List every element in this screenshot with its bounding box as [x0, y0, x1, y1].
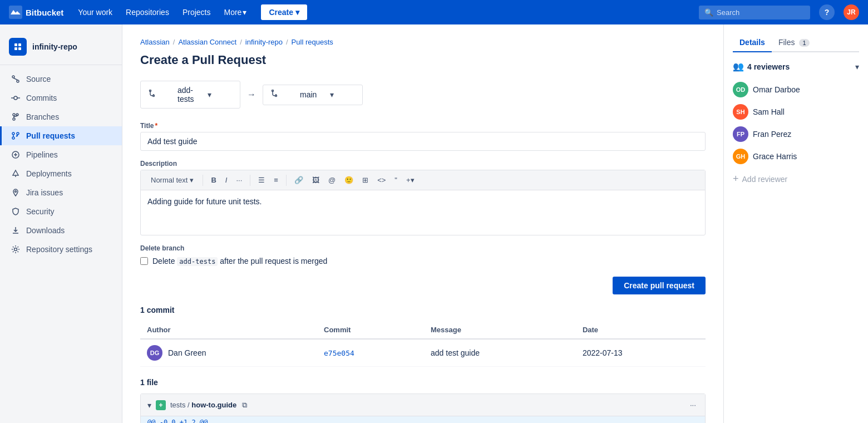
help-button[interactable]: ?: [819, 4, 835, 20]
file-diff: ▾ + tests / how-to.guide ⧉ ··· @@ -0,0 +…: [140, 394, 706, 423]
commits-header-row: Author Commit Message Date: [140, 321, 706, 339]
logo[interactable]: Bitbucket: [9, 6, 63, 19]
sidebar-item-deployments[interactable]: Deployments: [0, 164, 122, 183]
target-branch-label: main: [300, 90, 326, 99]
message-header: Message: [424, 321, 576, 339]
create-button[interactable]: Create ▾: [261, 4, 307, 20]
italic-button[interactable]: I: [222, 174, 231, 186]
files-count: 1 file: [140, 378, 706, 387]
target-branch-select[interactable]: main ▾: [263, 85, 363, 105]
table-button[interactable]: ⊞: [359, 174, 372, 186]
chevron-down-icon[interactable]: ▾: [855, 62, 859, 71]
tab-files[interactable]: Files 1: [772, 33, 816, 52]
title-input[interactable]: [140, 132, 706, 151]
bullet-list-button[interactable]: ☰: [255, 174, 268, 186]
diff-hunk: @@ -0,0 +1,2 @@: [141, 416, 705, 423]
sidebar-item-commits[interactable]: Commits: [0, 88, 122, 107]
reviewer-name: Omar Darboe: [753, 85, 800, 94]
nav-more[interactable]: More ▾: [219, 4, 253, 20]
files-section: 1 file ▾ + tests / how-to.guide ⧉ ··· @@…: [140, 378, 706, 423]
reviewer-name: Fran Perez: [753, 130, 791, 139]
deployments-icon: [11, 169, 21, 179]
author-header: Author: [140, 321, 317, 339]
description-form-group: Description Normal text ▾ B I ··· ☰ ≡ 🔗: [140, 160, 706, 235]
delete-branch-title: Delete branch: [140, 244, 706, 252]
delete-branch-checkbox[interactable]: [140, 257, 148, 265]
breadcrumb: Atlassian / Atlassian Connect / infinity…: [140, 38, 706, 46]
sidebar-item-pull-requests[interactable]: Pull requests: [0, 126, 122, 145]
breadcrumb-atlassian-connect[interactable]: Atlassian Connect: [178, 38, 236, 46]
commits-icon: [11, 93, 21, 103]
sidebar-item-label: Branches: [26, 112, 59, 121]
avatar: DG: [147, 345, 162, 361]
sidebar-repo: infinity-repo: [0, 33, 122, 65]
main-content: Atlassian / Atlassian Connect / infinity…: [122, 24, 723, 423]
commit-hash-link[interactable]: e75e054: [324, 349, 354, 357]
reviewer-item: GH Grace Harris: [733, 145, 859, 168]
add-reviewer-button[interactable]: + Add reviewer: [733, 170, 859, 188]
layout: infinity-repo Source Commits Branches Pu…: [0, 24, 868, 423]
breadcrumb-sep: /: [286, 38, 288, 46]
mention-button[interactable]: @: [325, 174, 339, 186]
file-diff-header: ▾ + tests / how-to.guide ⧉ ···: [141, 394, 705, 416]
sidebar-item-label: Pull requests: [26, 131, 75, 140]
create-button-row: Create pull request: [140, 277, 706, 294]
copy-path-button[interactable]: ⧉: [241, 400, 248, 411]
commits-table: Author Commit Message Date DG: [140, 321, 706, 367]
commit-message-cell: add test guide: [424, 339, 576, 367]
pipelines-icon: [11, 150, 21, 160]
table-row: DG Dan Green e75e054 add test guide 2022…: [140, 339, 706, 367]
add-icon: +: [733, 173, 739, 185]
commits-table-head: Author Commit Message Date: [140, 321, 706, 339]
logo-text: Bitbucket: [26, 8, 63, 17]
commits-section: 1 commit Author Commit Message Date: [140, 306, 706, 367]
sidebar-item-repo-settings[interactable]: Repository settings: [0, 240, 122, 259]
file-more-button[interactable]: ···: [688, 399, 698, 411]
breadcrumb-atlassian[interactable]: Atlassian: [140, 38, 170, 46]
add-reviewer-label: Add reviewer: [742, 175, 788, 184]
nav-repositories[interactable]: Repositories: [120, 4, 175, 20]
jira-icon: [11, 188, 21, 198]
user-avatar[interactable]: JR: [844, 4, 859, 20]
chevron-down-icon[interactable]: ▾: [147, 401, 151, 410]
insert-more-button[interactable]: +▾: [403, 174, 418, 186]
description-content[interactable]: Adding guide for future unit tests.: [141, 190, 705, 235]
quote-button[interactable]: ": [391, 174, 401, 186]
right-panel: Details Files 1 👥 4 reviewers ▾ OD Omar …: [723, 24, 868, 423]
svg-point-14: [12, 132, 14, 135]
svg-rect-0: [9, 6, 22, 19]
ordered-list-button[interactable]: ≡: [270, 174, 282, 186]
reviewers-icon: 👥: [733, 61, 744, 72]
image-button[interactable]: 🖼: [309, 174, 323, 186]
commits-count: 1 commit: [140, 306, 706, 314]
branch-selector: add-tests ▾ → main ▾: [140, 81, 706, 109]
sidebar-item-source[interactable]: Source: [0, 70, 122, 88]
search-input[interactable]: [717, 8, 795, 17]
file-path: tests / how-to.guide: [170, 401, 236, 409]
breadcrumb-pull-requests[interactable]: Pull requests: [292, 38, 333, 46]
sidebar-item-downloads[interactable]: Downloads: [0, 221, 122, 240]
emoji-button[interactable]: 🙂: [341, 174, 357, 186]
nav-your-work[interactable]: Your work: [72, 4, 118, 20]
code-button[interactable]: <>: [374, 174, 389, 186]
more-formatting-button[interactable]: ···: [233, 174, 245, 186]
sidebar-item-branches[interactable]: Branches: [0, 107, 122, 126]
svg-point-12: [13, 118, 15, 120]
file-name: how-to.guide: [191, 401, 236, 409]
sidebar-item-jira-issues[interactable]: Jira issues: [0, 183, 122, 202]
svg-rect-4: [18, 47, 21, 50]
create-pull-request-button[interactable]: Create pull request: [613, 277, 706, 294]
sidebar-item-security[interactable]: Security: [0, 202, 122, 221]
breadcrumb-infinity-repo[interactable]: infinity-repo: [245, 38, 283, 46]
sidebar-item-pipelines[interactable]: Pipelines: [0, 145, 122, 164]
svg-point-5: [12, 76, 14, 78]
search-box[interactable]: 🔍: [699, 6, 810, 19]
normal-text-button[interactable]: Normal text ▾: [146, 174, 198, 186]
source-branch-select[interactable]: add-tests ▾: [140, 81, 240, 109]
bold-button[interactable]: B: [208, 174, 219, 186]
nav-projects[interactable]: Projects: [177, 4, 216, 20]
tab-details[interactable]: Details: [733, 33, 772, 52]
files-badge: 1: [799, 39, 809, 47]
link-button[interactable]: 🔗: [291, 174, 307, 186]
svg-rect-3: [14, 47, 17, 50]
